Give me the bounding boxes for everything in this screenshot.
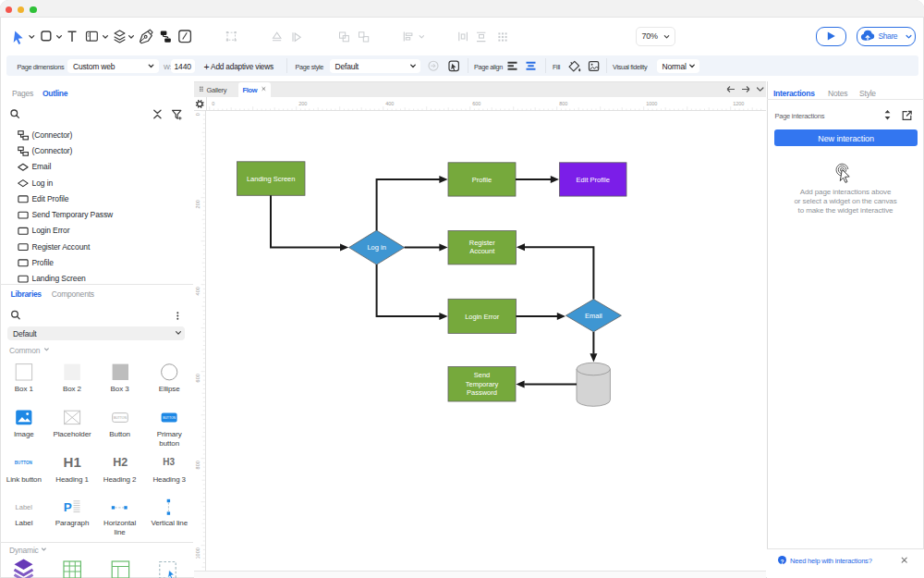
svg-text:Profile: Profile [472,176,492,184]
svg-text:400: 400 [385,101,394,106]
svg-text:200: 200 [298,101,307,106]
svg-text:800: 800 [195,461,201,469]
svg-text:Login Error: Login Error [465,313,500,321]
svg-text:Temporary: Temporary [466,380,499,388]
svg-text:1200: 1200 [733,101,744,106]
svg-text:0: 0 [212,101,214,106]
svg-text:200: 200 [195,200,201,208]
svg-text:Account: Account [469,247,495,255]
svg-text:Password: Password [467,388,497,397]
svg-text:0: 0 [195,113,201,116]
svg-text:Log in: Log in [367,243,385,252]
svg-text:Register: Register [469,239,495,247]
svg-text:600: 600 [472,101,480,106]
svg-text:1000: 1000 [646,101,657,106]
svg-text:600: 600 [195,374,201,382]
svg-text:Send: Send [474,371,491,379]
svg-text:1000: 1000 [195,547,201,559]
svg-text:Email: Email [585,312,602,320]
svg-text:800: 800 [559,101,567,106]
svg-text:Edit Profile: Edit Profile [577,176,610,184]
svg-text:Landing Screen: Landing Screen [247,175,296,183]
svg-text:400: 400 [195,287,201,295]
